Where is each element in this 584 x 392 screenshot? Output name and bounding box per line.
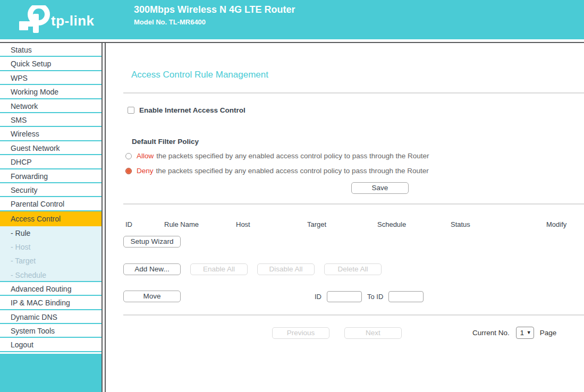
sidebar-item-guest-network[interactable]: Guest Network: [0, 141, 101, 155]
logo-wordmark: tp-link: [51, 13, 95, 29]
header: tp-link 300Mbps Wireless N 4G LTE Router…: [0, 0, 584, 39]
enable-access-control-checkbox[interactable]: [128, 107, 134, 114]
column-rule-name: Rule Name: [164, 220, 199, 228]
page-select-value: 1: [520, 329, 524, 337]
sidebar-menu: Status Quick Setup WPS Working Mode Netw…: [0, 43, 101, 352]
sidebar-footer-fill: [0, 354, 101, 392]
sidebar-item-wireless[interactable]: Wireless: [0, 127, 101, 141]
rules-table-header: ID Rule Name Host Target Schedule Status…: [106, 220, 584, 229]
chevron-down-icon: ▼: [527, 330, 531, 335]
page-label: Page: [540, 329, 557, 337]
deny-label[interactable]: Deny: [137, 167, 154, 175]
sidebar-subitem-target[interactable]: - Target: [0, 254, 101, 268]
allow-label[interactable]: Allow: [137, 152, 154, 160]
sidebar-item-system-tools[interactable]: System Tools: [0, 324, 101, 338]
column-id: ID: [125, 220, 132, 228]
enable-access-control-label: Enable Internet Access Control: [139, 106, 246, 114]
sidebar-subitem-schedule[interactable]: - Schedule: [0, 268, 101, 282]
sidebar-item-logout[interactable]: Logout: [0, 338, 101, 352]
column-target: Target: [307, 220, 326, 228]
setup-wizard-button[interactable]: Setup Wizard: [123, 236, 181, 248]
current-no-label: Current No.: [472, 329, 510, 337]
sidebar-item-advanced-routing[interactable]: Advanced Routing: [0, 282, 101, 296]
divider: [123, 203, 584, 204]
sidebar-item-working-mode[interactable]: Working Mode: [0, 85, 101, 99]
previous-button[interactable]: Previous: [272, 327, 329, 339]
sidebar-item-dynamic-dns[interactable]: Dynamic DNS: [0, 310, 101, 324]
next-button[interactable]: Next: [344, 327, 402, 339]
column-modify: Modify: [546, 220, 566, 228]
column-host: Host: [236, 220, 250, 228]
move-button[interactable]: Move: [123, 291, 181, 302]
delete-all-button[interactable]: Delete All: [324, 263, 382, 275]
product-title: 300Mbps Wireless N 4G LTE Router: [134, 4, 295, 15]
save-button[interactable]: Save: [351, 182, 409, 194]
main-content: Access Control Rule Management Enable In…: [105, 43, 584, 392]
column-schedule: Schedule: [377, 220, 406, 228]
disable-all-button[interactable]: Disable All: [257, 263, 315, 275]
sidebar-item-sms[interactable]: SMS: [0, 113, 101, 127]
add-new-button[interactable]: Add New...: [123, 263, 181, 275]
page-select[interactable]: 1 ▼: [516, 327, 534, 339]
move-id-input[interactable]: [327, 291, 362, 302]
product-model: Model No. TL-MR6400: [134, 18, 295, 26]
sidebar-item-ip-mac-binding[interactable]: IP & MAC Binding: [0, 296, 101, 310]
sidebar-item-dhcp[interactable]: DHCP: [0, 155, 101, 169]
router-admin-page: tp-link 300Mbps Wireless N 4G LTE Router…: [0, 0, 584, 392]
page-title: Access Control Rule Management: [131, 70, 268, 80]
move-to-id-label: To ID: [367, 293, 383, 301]
sidebar: Status Quick Setup WPS Working Mode Netw…: [0, 43, 103, 392]
allow-radio[interactable]: [125, 153, 132, 159]
deny-description: the packets specified by any enabled acc…: [156, 167, 429, 175]
sidebar-subitem-rule[interactable]: - Rule: [0, 226, 101, 240]
sidebar-item-parental-control[interactable]: Parental Control: [0, 197, 101, 211]
divider: [123, 92, 584, 93]
divider: [123, 314, 584, 316]
deny-radio[interactable]: [125, 168, 132, 174]
default-filter-policy-heading: Default Filter Policy: [132, 138, 199, 146]
allow-description: the packets specified by any enabled acc…: [156, 152, 429, 160]
sidebar-item-wps[interactable]: WPS: [0, 71, 101, 85]
tp-link-logo-icon: tp-link: [19, 5, 99, 34]
sidebar-item-quick-setup[interactable]: Quick Setup: [0, 57, 101, 71]
sidebar-item-status[interactable]: Status: [0, 43, 101, 57]
sidebar-item-network[interactable]: Network: [0, 99, 101, 113]
sidebar-subitem-host[interactable]: - Host: [0, 240, 101, 254]
column-status: Status: [451, 220, 470, 228]
sidebar-item-forwarding[interactable]: Forwarding: [0, 169, 101, 183]
enable-all-button[interactable]: Enable All: [190, 263, 248, 275]
move-id-label: ID: [315, 293, 321, 301]
sidebar-item-security[interactable]: Security: [0, 183, 101, 197]
sidebar-item-access-control[interactable]: Access Control: [0, 211, 101, 226]
move-to-id-input[interactable]: [388, 291, 424, 302]
